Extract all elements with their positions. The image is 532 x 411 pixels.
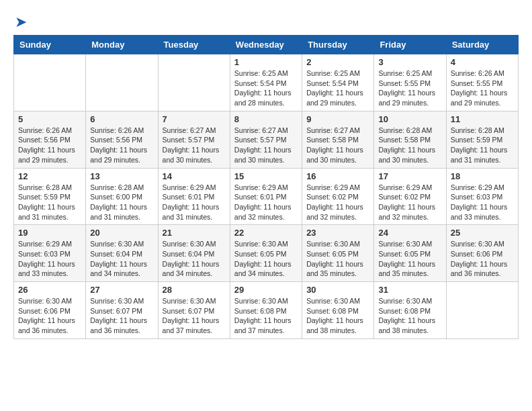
calendar-cell [446, 282, 518, 339]
calendar-cell: 27Sunrise: 6:30 AM Sunset: 6:07 PM Dayli… [86, 282, 158, 339]
calendar-cell: 12Sunrise: 6:28 AM Sunset: 5:59 PM Dayli… [14, 168, 86, 225]
calendar-week-row: 12Sunrise: 6:28 AM Sunset: 5:59 PM Dayli… [14, 168, 519, 225]
calendar-cell: 28Sunrise: 6:30 AM Sunset: 6:07 PM Dayli… [158, 282, 230, 339]
calendar-cell: 15Sunrise: 6:29 AM Sunset: 6:01 PM Dayli… [230, 168, 302, 225]
calendar-cell: 7Sunrise: 6:27 AM Sunset: 5:57 PM Daylig… [158, 111, 230, 168]
calendar-week-row: 1Sunrise: 6:25 AM Sunset: 5:54 PM Daylig… [14, 54, 519, 111]
calendar-cell: 5Sunrise: 6:26 AM Sunset: 5:56 PM Daylig… [14, 111, 86, 168]
day-info: Sunrise: 6:29 AM Sunset: 6:01 PM Dayligh… [163, 183, 226, 222]
day-number: 14 [163, 171, 226, 181]
day-info: Sunrise: 6:29 AM Sunset: 6:03 PM Dayligh… [451, 183, 514, 222]
calendar-cell: 10Sunrise: 6:28 AM Sunset: 5:58 PM Dayli… [374, 111, 446, 168]
calendar-cell: 3Sunrise: 6:25 AM Sunset: 5:55 PM Daylig… [374, 54, 446, 111]
day-number: 8 [234, 114, 298, 124]
day-info: Sunrise: 6:27 AM Sunset: 5:58 PM Dayligh… [306, 126, 369, 165]
day-number: 21 [163, 228, 226, 238]
day-info: Sunrise: 6:30 AM Sunset: 6:07 PM Dayligh… [90, 296, 153, 336]
calendar-cell: 16Sunrise: 6:29 AM Sunset: 6:02 PM Dayli… [302, 168, 374, 225]
day-of-week-header: Sunday [14, 36, 86, 54]
day-number: 28 [163, 285, 226, 295]
day-info: Sunrise: 6:28 AM Sunset: 5:59 PM Dayligh… [18, 183, 81, 222]
day-number: 15 [234, 171, 298, 181]
calendar-cell: 30Sunrise: 6:30 AM Sunset: 6:08 PM Dayli… [302, 282, 374, 339]
calendar-header-row: SundayMondayTuesdayWednesdayThursdayFrid… [14, 36, 519, 54]
day-info: Sunrise: 6:26 AM Sunset: 5:56 PM Dayligh… [90, 126, 153, 165]
day-number: 25 [451, 228, 514, 238]
day-number: 31 [378, 285, 441, 295]
day-number: 3 [378, 57, 441, 67]
day-info: Sunrise: 6:29 AM Sunset: 6:01 PM Dayligh… [234, 183, 298, 222]
day-number: 6 [90, 114, 153, 124]
calendar-cell: 20Sunrise: 6:30 AM Sunset: 6:04 PM Dayli… [86, 225, 158, 282]
day-number: 30 [306, 285, 369, 295]
day-number: 26 [18, 285, 81, 295]
day-number: 29 [234, 285, 298, 295]
day-number: 27 [90, 285, 153, 295]
logo: ➤ [13, 13, 27, 28]
day-number: 1 [234, 57, 298, 67]
day-of-week-header: Tuesday [158, 36, 230, 54]
day-number: 7 [163, 114, 226, 124]
calendar-cell: 8Sunrise: 6:27 AM Sunset: 5:57 PM Daylig… [230, 111, 302, 168]
calendar-table: SundayMondayTuesdayWednesdayThursdayFrid… [13, 35, 519, 339]
calendar-cell: 22Sunrise: 6:30 AM Sunset: 6:05 PM Dayli… [230, 225, 302, 282]
calendar-cell: 4Sunrise: 6:26 AM Sunset: 5:55 PM Daylig… [446, 54, 518, 111]
day-of-week-header: Monday [86, 36, 158, 54]
day-number: 20 [90, 228, 153, 238]
day-info: Sunrise: 6:25 AM Sunset: 5:54 PM Dayligh… [234, 68, 298, 108]
day-number: 18 [451, 171, 514, 181]
day-info: Sunrise: 6:26 AM Sunset: 5:55 PM Dayligh… [451, 68, 514, 108]
day-of-week-header: Wednesday [230, 36, 302, 54]
calendar-cell: 1Sunrise: 6:25 AM Sunset: 5:54 PM Daylig… [230, 54, 302, 111]
calendar-cell: 17Sunrise: 6:29 AM Sunset: 6:02 PM Dayli… [374, 168, 446, 225]
day-info: Sunrise: 6:30 AM Sunset: 6:06 PM Dayligh… [18, 296, 81, 336]
day-number: 9 [306, 114, 369, 124]
day-info: Sunrise: 6:27 AM Sunset: 5:57 PM Dayligh… [234, 126, 298, 165]
calendar-cell: 25Sunrise: 6:30 AM Sunset: 6:06 PM Dayli… [446, 225, 518, 282]
calendar-cell: 6Sunrise: 6:26 AM Sunset: 5:56 PM Daylig… [86, 111, 158, 168]
day-number: 11 [451, 114, 514, 124]
day-of-week-header: Thursday [302, 36, 374, 54]
day-info: Sunrise: 6:30 AM Sunset: 6:05 PM Dayligh… [306, 239, 369, 279]
day-info: Sunrise: 6:30 AM Sunset: 6:05 PM Dayligh… [378, 239, 441, 279]
day-info: Sunrise: 6:29 AM Sunset: 6:03 PM Dayligh… [18, 239, 81, 279]
day-info: Sunrise: 6:25 AM Sunset: 5:54 PM Dayligh… [306, 68, 369, 108]
calendar-week-row: 5Sunrise: 6:26 AM Sunset: 5:56 PM Daylig… [14, 111, 519, 168]
day-number: 2 [306, 57, 369, 67]
day-info: Sunrise: 6:30 AM Sunset: 6:06 PM Dayligh… [451, 239, 514, 279]
day-number: 5 [18, 114, 81, 124]
day-number: 4 [451, 57, 514, 67]
logo-bird-icon: ➤ [15, 13, 27, 31]
calendar-cell: 9Sunrise: 6:27 AM Sunset: 5:58 PM Daylig… [302, 111, 374, 168]
calendar-cell: 2Sunrise: 6:25 AM Sunset: 5:54 PM Daylig… [302, 54, 374, 111]
day-info: Sunrise: 6:29 AM Sunset: 6:02 PM Dayligh… [306, 183, 369, 222]
day-info: Sunrise: 6:30 AM Sunset: 6:08 PM Dayligh… [306, 296, 369, 336]
calendar-week-row: 26Sunrise: 6:30 AM Sunset: 6:06 PM Dayli… [14, 282, 519, 339]
day-info: Sunrise: 6:30 AM Sunset: 6:05 PM Dayligh… [234, 239, 298, 279]
calendar-cell [14, 54, 86, 111]
day-number: 19 [18, 228, 81, 238]
calendar-cell [158, 54, 230, 111]
calendar-cell: 13Sunrise: 6:28 AM Sunset: 6:00 PM Dayli… [86, 168, 158, 225]
calendar-cell: 11Sunrise: 6:28 AM Sunset: 5:59 PM Dayli… [446, 111, 518, 168]
day-info: Sunrise: 6:30 AM Sunset: 6:04 PM Dayligh… [90, 239, 153, 279]
calendar-cell: 24Sunrise: 6:30 AM Sunset: 6:05 PM Dayli… [374, 225, 446, 282]
day-info: Sunrise: 6:25 AM Sunset: 5:55 PM Dayligh… [378, 68, 441, 108]
day-info: Sunrise: 6:29 AM Sunset: 6:02 PM Dayligh… [378, 183, 441, 222]
calendar-cell: 26Sunrise: 6:30 AM Sunset: 6:06 PM Dayli… [14, 282, 86, 339]
day-info: Sunrise: 6:28 AM Sunset: 5:58 PM Dayligh… [378, 126, 441, 165]
day-info: Sunrise: 6:30 AM Sunset: 6:07 PM Dayligh… [163, 296, 226, 336]
day-info: Sunrise: 6:30 AM Sunset: 6:04 PM Dayligh… [163, 239, 226, 279]
day-of-week-header: Friday [374, 36, 446, 54]
day-number: 17 [378, 171, 441, 181]
day-number: 10 [378, 114, 441, 124]
calendar-cell: 19Sunrise: 6:29 AM Sunset: 6:03 PM Dayli… [14, 225, 86, 282]
calendar-cell: 21Sunrise: 6:30 AM Sunset: 6:04 PM Dayli… [158, 225, 230, 282]
calendar-cell: 18Sunrise: 6:29 AM Sunset: 6:03 PM Dayli… [446, 168, 518, 225]
day-number: 16 [306, 171, 369, 181]
day-number: 23 [306, 228, 369, 238]
calendar-cell: 31Sunrise: 6:30 AM Sunset: 6:08 PM Dayli… [374, 282, 446, 339]
day-number: 24 [378, 228, 441, 238]
day-number: 13 [90, 171, 153, 181]
day-info: Sunrise: 6:27 AM Sunset: 5:57 PM Dayligh… [163, 126, 226, 165]
